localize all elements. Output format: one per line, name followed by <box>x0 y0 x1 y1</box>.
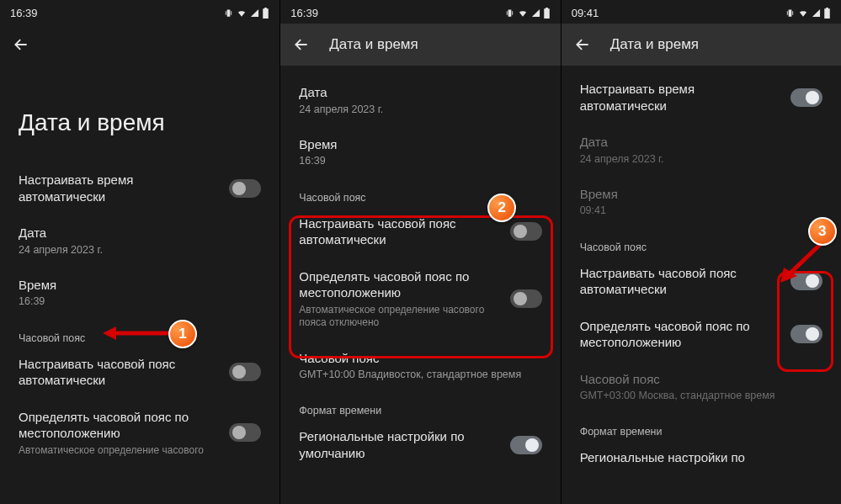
row-value: GMT+10:00 Владивосток, стандартное время <box>299 368 541 381</box>
row-label: Настраивать время автоматически <box>580 81 782 114</box>
section-timezone: Часовой пояс <box>562 228 841 255</box>
row-date[interactable]: Дата 24 апреля 2023 г. <box>280 66 560 126</box>
vibrate-icon <box>224 8 233 18</box>
appbar-title: Дата и время <box>610 36 699 53</box>
toggle-auto-time[interactable] <box>790 88 822 107</box>
row-label: Региональные настройки по умолчанию <box>299 428 501 461</box>
signal-icon <box>250 8 259 18</box>
row-label: Определять часовой пояс по местоположени… <box>19 409 221 442</box>
row-auto-timezone[interactable]: Настраивать часовой пояс автоматически <box>562 255 841 308</box>
arrow-left-icon <box>574 36 591 53</box>
row-label: Определять часовой пояс по местоположени… <box>580 318 782 351</box>
row-date: Дата 24 апреля 2023 г. <box>562 124 841 176</box>
row-auto-timezone[interactable]: Настраивать часовой пояс автоматически <box>0 346 279 399</box>
status-time: 16:39 <box>290 7 318 19</box>
row-value: 16:39 <box>19 294 261 308</box>
triptych: 16:39 Дата и время Настраивать время авт… <box>0 0 841 504</box>
row-label: Настраивать часовой пояс автоматически <box>580 265 782 298</box>
toggle-geo-timezone[interactable] <box>790 325 822 343</box>
wifi-icon <box>517 8 529 18</box>
row-geo-timezone[interactable]: Определять часовой пояс по местоположени… <box>0 399 279 468</box>
row-date[interactable]: Дата 24 апреля 2023 г. <box>0 215 279 267</box>
row-label: Настраивать часовой пояс автоматически <box>299 215 501 248</box>
row-time[interactable]: Время 16:39 <box>280 126 560 178</box>
row-time[interactable]: Время 16:39 <box>0 267 279 319</box>
status-bar: 09:41 <box>562 0 841 24</box>
screen-1: 16:39 Дата и время Настраивать время авт… <box>0 0 280 504</box>
back-button[interactable] <box>12 35 30 54</box>
toggle-auto-time[interactable] <box>229 179 261 198</box>
row-regional[interactable]: Региональные настройки по умолчанию <box>280 418 560 471</box>
row-auto-timezone[interactable]: Настраивать часовой пояс автоматически <box>280 205 560 258</box>
row-auto-time[interactable]: Настраивать время автоматически <box>0 162 279 215</box>
vibrate-icon <box>505 8 514 18</box>
page-title: Дата и время <box>0 66 279 162</box>
row-value: 24 апреля 2023 г. <box>580 152 822 166</box>
row-label: Дата <box>19 225 261 241</box>
section-format: Формат времени <box>562 412 841 439</box>
row-label: Настраивать время автоматически <box>19 172 221 204</box>
toggle-auto-timezone[interactable] <box>790 272 822 290</box>
section-timezone: Часовой пояс <box>280 178 560 205</box>
row-label: Время <box>19 277 261 294</box>
wifi-icon <box>797 8 809 18</box>
row-regional[interactable]: Региональные настройки по <box>562 439 841 476</box>
row-geo-timezone[interactable]: Определять часовой пояс по местоположени… <box>280 258 560 340</box>
row-label: Часовой пояс <box>299 350 541 367</box>
row-value: GMT+03:00 Москва, стандартное время <box>580 389 822 402</box>
toggle-geo-timezone[interactable] <box>229 423 261 442</box>
status-icons <box>224 8 269 19</box>
battery-icon <box>262 8 269 19</box>
toggle-regional[interactable] <box>510 436 542 454</box>
app-bar: Дата и время <box>280 24 560 66</box>
row-label: Часовой пояс <box>580 371 822 388</box>
section-timezone: Часовой пояс <box>0 319 279 346</box>
section-format: Формат времени <box>280 391 560 418</box>
app-bar <box>0 24 279 66</box>
battery-icon <box>543 8 551 19</box>
vibrate-icon <box>785 8 795 18</box>
row-value: 16:39 <box>299 154 541 167</box>
row-label: Время <box>580 186 822 203</box>
screen-3: 09:41 Дата и время Настраивать время авт… <box>562 0 841 504</box>
status-bar: 16:39 <box>280 0 560 24</box>
toggle-geo-timezone[interactable] <box>510 289 542 308</box>
row-value: 24 апреля 2023 г. <box>299 103 541 116</box>
row-label: Определять часовой пояс по местоположени… <box>299 268 501 301</box>
row-label: Дата <box>580 134 822 151</box>
status-icons <box>505 8 551 19</box>
screen-2: 16:39 Дата и время Дата 24 апреля 2023 г… <box>280 0 561 504</box>
row-label: Время <box>299 136 541 153</box>
signal-icon <box>531 8 540 18</box>
back-button[interactable] <box>573 35 592 54</box>
appbar-title: Дата и время <box>329 36 418 53</box>
toggle-auto-timezone[interactable] <box>510 222 542 241</box>
signal-icon <box>812 8 821 18</box>
status-icons <box>785 8 831 19</box>
row-timezone: Часовой пояс GMT+03:00 Москва, стандартн… <box>562 361 841 413</box>
row-value: 24 апреля 2023 г. <box>19 243 261 257</box>
app-bar: Дата и время <box>562 24 841 66</box>
status-bar: 16:39 <box>0 0 279 24</box>
status-time: 09:41 <box>572 7 599 19</box>
row-sub: Автоматическое определение часового <box>19 444 221 458</box>
row-value: 09:41 <box>580 204 822 217</box>
row-auto-time[interactable]: Настраивать время автоматически <box>562 66 841 124</box>
battery-icon <box>823 8 831 19</box>
row-label: Настраивать часовой пояс автоматически <box>19 356 221 389</box>
row-timezone[interactable]: Часовой пояс GMT+10:00 Владивосток, стан… <box>280 340 560 392</box>
status-time: 16:39 <box>10 7 38 19</box>
row-geo-timezone[interactable]: Определять часовой пояс по местоположени… <box>562 308 841 361</box>
row-label: Региональные настройки по <box>580 449 822 466</box>
back-button[interactable] <box>292 35 311 54</box>
toggle-auto-timezone[interactable] <box>229 363 261 381</box>
arrow-left-icon <box>13 36 29 53</box>
row-sub: Автоматическое определение часового пояс… <box>299 304 501 330</box>
row-label: Дата <box>299 84 541 101</box>
arrow-left-icon <box>293 36 310 53</box>
row-time: Время 09:41 <box>562 176 841 228</box>
wifi-icon <box>236 8 248 18</box>
